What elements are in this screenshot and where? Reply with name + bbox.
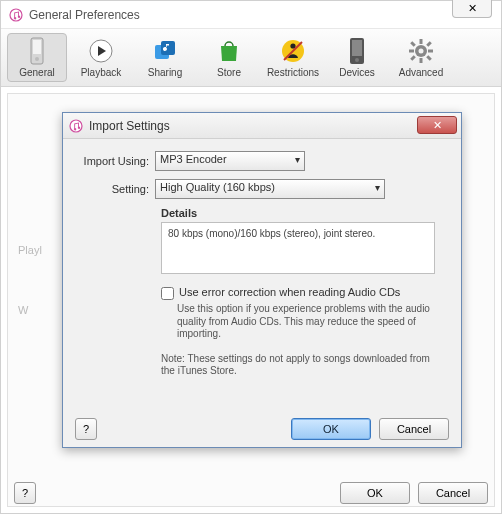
general-icon xyxy=(23,37,51,65)
tab-devices[interactable]: Devices xyxy=(327,33,387,82)
svg-point-3 xyxy=(35,57,39,61)
dialog-title: Import Settings xyxy=(89,119,170,133)
import-settings-dialog: Import Settings ✕ Import Using: MP3 Enco… xyxy=(62,112,462,448)
tab-label: Sharing xyxy=(148,67,182,78)
details-label: Details xyxy=(161,207,447,219)
dialog-help-button[interactable]: ? xyxy=(75,418,97,440)
tab-label: General xyxy=(19,67,55,78)
settings-note: Note: These settings do not apply to son… xyxy=(161,353,439,378)
tab-store[interactable]: Store xyxy=(199,33,259,82)
setting-label: Setting: xyxy=(77,183,155,195)
background-label-playlists: Playl xyxy=(18,244,42,256)
window-titlebar: General Preferences xyxy=(1,1,501,29)
preferences-toolbar: General Playback Sharing Store Restricti… xyxy=(1,29,501,87)
close-icon: ✕ xyxy=(433,119,442,132)
store-icon xyxy=(215,37,243,65)
svg-rect-18 xyxy=(410,41,416,47)
svg-rect-14 xyxy=(420,39,423,44)
svg-point-22 xyxy=(419,49,424,54)
svg-rect-2 xyxy=(33,40,41,54)
itunes-icon xyxy=(69,119,83,133)
tab-label: Devices xyxy=(339,67,375,78)
error-correction-hint: Use this option if you experience proble… xyxy=(177,303,441,341)
window-close-button[interactable]: ✕ xyxy=(452,0,492,18)
cancel-button[interactable]: Cancel xyxy=(418,482,488,504)
dialog-ok-button[interactable]: OK xyxy=(291,418,371,440)
close-icon: ✕ xyxy=(468,2,477,15)
svg-rect-15 xyxy=(420,58,423,63)
setting-select[interactable]: High Quality (160 kbps) xyxy=(155,179,385,199)
devices-icon xyxy=(343,37,371,65)
import-using-value: MP3 Encoder xyxy=(160,153,227,165)
svg-rect-17 xyxy=(428,50,433,53)
tab-label: Advanced xyxy=(399,67,443,78)
tab-advanced[interactable]: Advanced xyxy=(391,33,451,82)
error-correction-label: Use error correction when reading Audio … xyxy=(179,286,400,298)
import-using-select[interactable]: MP3 Encoder xyxy=(155,151,305,171)
setting-value: High Quality (160 kbps) xyxy=(160,181,275,193)
dialog-titlebar: Import Settings ✕ xyxy=(63,113,461,139)
tab-general[interactable]: General xyxy=(7,33,67,82)
dialog-close-button[interactable]: ✕ xyxy=(417,116,457,134)
tab-playback[interactable]: Playback xyxy=(71,33,131,82)
dialog-body: Import Using: MP3 Encoder Setting: High … xyxy=(63,139,461,411)
details-box: 80 kbps (mono)/160 kbps (stereo), joint … xyxy=(161,222,435,274)
play-icon xyxy=(87,37,115,65)
ok-button[interactable]: OK xyxy=(340,482,410,504)
tab-restrictions[interactable]: Restrictions xyxy=(263,33,323,82)
svg-rect-19 xyxy=(426,55,432,61)
background-label-w: W xyxy=(18,304,28,316)
svg-rect-21 xyxy=(426,41,432,47)
svg-rect-6 xyxy=(161,41,175,55)
gear-icon xyxy=(407,37,435,65)
help-button[interactable]: ? xyxy=(14,482,36,504)
error-correction-checkbox[interactable] xyxy=(161,287,174,300)
svg-rect-11 xyxy=(352,40,362,56)
tab-label: Restrictions xyxy=(267,67,319,78)
svg-point-0 xyxy=(10,9,22,21)
svg-point-23 xyxy=(70,120,82,132)
restrictions-icon xyxy=(279,37,307,65)
svg-rect-16 xyxy=(409,50,414,53)
itunes-icon xyxy=(9,8,23,22)
svg-point-12 xyxy=(355,58,359,62)
dialog-footer: ? OK Cancel xyxy=(63,411,461,447)
dialog-cancel-button[interactable]: Cancel xyxy=(379,418,449,440)
tab-sharing[interactable]: Sharing xyxy=(135,33,195,82)
tab-label: Playback xyxy=(81,67,122,78)
window-title: General Preferences xyxy=(29,8,140,22)
sharing-icon xyxy=(151,37,179,65)
import-using-label: Import Using: xyxy=(77,155,155,167)
tab-label: Store xyxy=(217,67,241,78)
svg-rect-20 xyxy=(410,55,416,61)
